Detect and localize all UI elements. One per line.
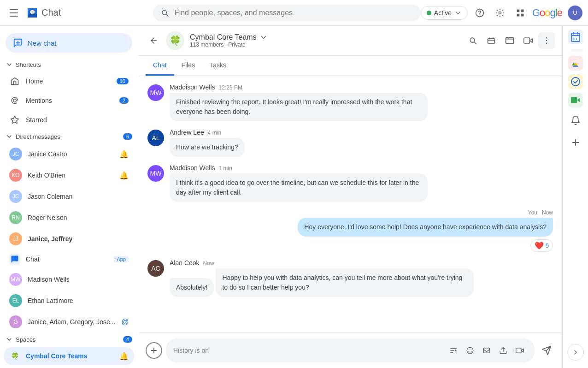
search-input[interactable] <box>175 9 413 17</box>
emoji-button[interactable] <box>463 343 477 358</box>
space-cymbal-core-teams[interactable]: 🍀 Cymbal Core Teams 🔔 <box>4 347 134 365</box>
avatar: JJ <box>9 232 22 245</box>
space-subtitle: 113 members · Private <box>190 42 465 48</box>
tasks-app-button[interactable] <box>568 74 583 89</box>
top-bar: 💬 Chat Active <box>0 0 588 26</box>
tab-tasks[interactable]: Tasks <box>202 56 234 76</box>
message-content: Alan Cook Now Absolutely! Happy to help … <box>170 259 553 301</box>
settings-button[interactable] <box>492 5 508 21</box>
svg-point-3 <box>499 12 501 14</box>
svg-point-13 <box>546 40 547 42</box>
avatar: MW <box>147 84 164 101</box>
dm-madison-wells[interactable]: MW Madison Wells <box>4 269 134 290</box>
chat-header-actions <box>465 32 555 49</box>
svg-point-15 <box>467 347 473 354</box>
message-header: Alan Cook Now <box>170 259 553 267</box>
dm-janice-castro[interactable]: JC Janice Castro 🔔 <box>4 144 134 164</box>
avatar: JC <box>9 148 22 160</box>
expand-icon[interactable] <box>567 344 584 361</box>
nav-starred[interactable]: Starred <box>4 111 134 129</box>
popout-button[interactable] <box>501 32 518 49</box>
message-bubble: Finished reviewing the report. It looks … <box>170 93 428 121</box>
dm-label: Direct messages <box>16 133 60 140</box>
message-bubble: Happy to help you with data analytics, c… <box>216 268 474 297</box>
tab-chat[interactable]: Chat <box>146 56 174 76</box>
message-content: Maddison Wells 12:29 PM Finished reviewi… <box>170 83 553 121</box>
fullscreen-button[interactable] <box>483 32 500 49</box>
tab-files[interactable]: Files <box>174 56 203 76</box>
more-options-button[interactable] <box>538 32 555 49</box>
message-group: MW Maddison Wells 1 min I think it's a g… <box>147 164 553 202</box>
message-content: Andrew Lee 4 min How are we tracking? <box>170 129 553 157</box>
drive-app-button[interactable] <box>568 56 583 71</box>
avatar: JC <box>9 190 22 203</box>
dm-janice-jeffrey[interactable]: JJ Janice, Jeffrey <box>4 229 134 249</box>
my-message-bubble: Hey everyone, I'd love some help! Does a… <box>298 218 553 237</box>
menu-button[interactable] <box>6 5 22 21</box>
contact-name: Madison Wells <box>28 276 129 283</box>
home-badge: 10 <box>117 78 129 84</box>
space-team-announcements[interactable]: 📌 Team Announcements 🔔 <box>4 366 134 368</box>
nav-mentions[interactable]: Mentions 2 <box>4 91 134 110</box>
user-avatar[interactable]: U <box>568 6 582 20</box>
avatar: RN <box>9 211 22 224</box>
search-chat-button[interactable] <box>465 32 481 49</box>
dm-keith-obrien[interactable]: KO Keith O'Brien 🔔 <box>4 165 134 185</box>
video-call-button[interactable] <box>520 32 536 49</box>
format-text-button[interactable] <box>446 343 461 358</box>
message-time: 1 min <box>219 165 232 172</box>
sender-name: Andrew Lee <box>170 129 204 136</box>
dm-group[interactable]: G Janice, Adam, Gregory, Jose... @ <box>4 312 134 332</box>
contact-name: Janice, Jeffrey <box>28 235 129 243</box>
mention-icon <box>482 346 491 355</box>
top-bar-left: 💬 Chat <box>6 5 153 21</box>
meet-icon <box>570 95 581 106</box>
avatar: G <box>9 315 22 328</box>
top-bar-right: Active Google <box>421 5 582 21</box>
svg-point-12 <box>546 37 547 39</box>
dm-section[interactable]: Direct messages 6 <box>0 130 138 143</box>
back-button[interactable] <box>146 32 162 49</box>
dm-chat-app[interactable]: Chat App <box>4 250 134 268</box>
message-input-box[interactable]: History is on <box>166 338 535 362</box>
space-title-text: Cymbal Core Teams <box>190 33 257 42</box>
dm-badge: 6 <box>123 133 132 140</box>
meet-app-button[interactable] <box>568 93 583 107</box>
expand-rail-button[interactable] <box>567 344 584 364</box>
sender-name: Maddison Wells <box>170 83 215 91</box>
mention-button[interactable] <box>479 343 494 358</box>
shortcuts-label: Shortcuts <box>16 61 41 68</box>
message-group: AL Andrew Lee 4 min How are we tracking? <box>147 129 553 157</box>
send-button[interactable] <box>538 342 555 359</box>
add-app-button[interactable] <box>566 133 585 152</box>
shortcuts-section[interactable]: Shortcuts <box>0 58 138 71</box>
sender-name: Maddison Wells <box>170 164 215 172</box>
nav-home[interactable]: Home 10 <box>4 72 134 90</box>
spaces-section[interactable]: Spaces 4 <box>0 333 138 346</box>
add-attachment-button[interactable] <box>146 342 162 359</box>
notifications-button[interactable] <box>566 111 585 130</box>
svg-point-22 <box>571 77 580 86</box>
video-attach-icon <box>516 346 524 355</box>
tasks-icon <box>570 76 581 87</box>
status-button[interactable]: Active <box>421 6 468 20</box>
reaction-badge[interactable]: ❤️ 9 <box>530 239 553 252</box>
calendar-app-button[interactable]: 31 <box>568 30 583 44</box>
dm-roger-nelson[interactable]: RN Roger Nelson <box>4 208 134 228</box>
search-bar <box>153 5 421 21</box>
upload-button[interactable] <box>496 343 511 358</box>
search-input-wrap[interactable] <box>153 5 421 21</box>
notifications-icon <box>570 115 581 125</box>
apps-button[interactable] <box>512 5 529 21</box>
dm-ethan-lattimore[interactable]: EL Ethan Lattimore <box>4 291 134 311</box>
svg-text:💬: 💬 <box>29 9 35 15</box>
bell-icon: 🔔 <box>119 352 129 361</box>
chevron-down-icon <box>6 336 13 343</box>
search-icon <box>468 36 477 45</box>
help-button[interactable] <box>471 5 488 21</box>
new-chat-button[interactable]: New chat <box>6 33 132 53</box>
app-tag: App <box>114 256 129 262</box>
input-area: History is on <box>138 332 562 368</box>
dm-jason-coleman[interactable]: JC Jason Coleman <box>4 186 134 207</box>
video-attach-button[interactable] <box>512 343 527 358</box>
